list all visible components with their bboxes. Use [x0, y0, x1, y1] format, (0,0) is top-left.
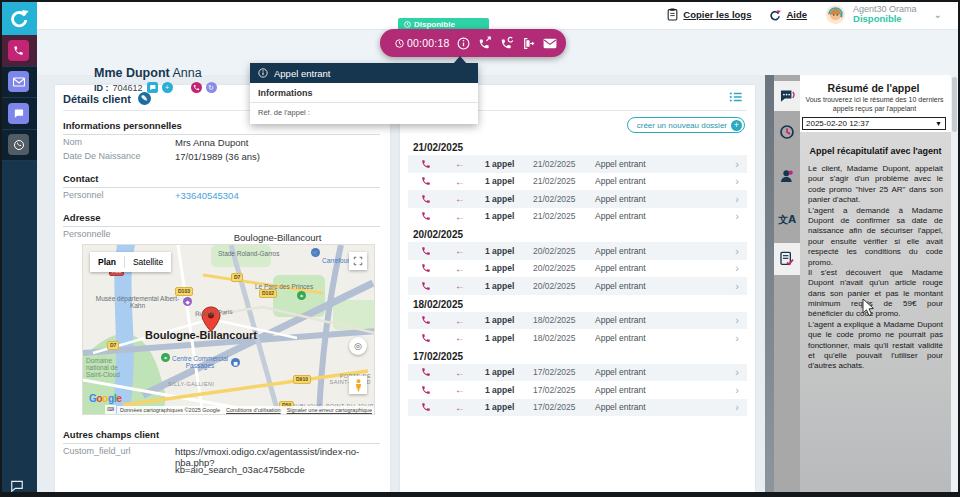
tool-history-icon[interactable]	[774, 117, 800, 147]
field-label: Date De Naissance	[63, 151, 141, 161]
field-label: Personnelle	[63, 229, 111, 239]
feedback-chat-icon[interactable]	[10, 480, 24, 492]
agent-avatar	[825, 4, 846, 25]
map-fullscreen-button[interactable]	[349, 252, 367, 270]
call-client-icon[interactable]	[191, 82, 202, 93]
edit-details-icon[interactable]: ✎	[138, 92, 151, 105]
tool-form-icon[interactable]	[774, 243, 800, 275]
odigo-logo-icon	[9, 8, 29, 28]
tool-summary-icon[interactable]	[774, 81, 800, 111]
call-transfer-icon[interactable]	[478, 36, 492, 51]
call-type: Appel entrant	[595, 367, 735, 377]
call-row[interactable]: ←1 appel20/02/2025Appel entrant›	[408, 277, 747, 295]
chevron-right-icon[interactable]: ›	[735, 210, 739, 222]
keyboard-shortcuts-icon[interactable]: ⌨	[105, 405, 116, 414]
create-folder-label: créer un nouveau dossier	[637, 121, 727, 130]
call-control-bar: 00:00:18	[380, 29, 566, 57]
map-report-link[interactable]: Signaler une erreur cartographique	[287, 407, 372, 413]
chevron-right-icon[interactable]: ›	[735, 332, 739, 344]
map-pegman-control[interactable]	[349, 376, 367, 394]
tool-customer-icon[interactable]	[774, 161, 800, 191]
chevron-right-icon[interactable]: ›	[735, 262, 739, 274]
incoming-arrow-icon: ←	[455, 176, 465, 187]
page-scrollbar[interactable]	[951, 75, 958, 492]
call-date: 17/02/2025	[533, 367, 595, 377]
call-count: 1 appel	[485, 246, 533, 256]
call-type: Appel entrant	[595, 246, 735, 256]
call-row[interactable]: ←1 appel17/02/2025Appel entrant›	[408, 364, 747, 382]
incoming-call-tooltip: Appel entrant Informations Réf. de l'app…	[250, 63, 478, 124]
copy-logs-button[interactable]: Copier les logs	[667, 8, 751, 21]
phone-icon	[421, 315, 433, 325]
chevron-right-icon[interactable]: ›	[735, 280, 739, 292]
call-row[interactable]: ←1 appel21/02/2025Appel entrant›	[408, 208, 747, 226]
call-type: Appel entrant	[595, 385, 735, 395]
sidebar-item-whatsapp[interactable]	[0, 130, 37, 162]
call-row[interactable]: ←1 appel21/02/2025Appel entrant›	[408, 155, 747, 173]
copy-id-icon[interactable]	[147, 82, 158, 93]
map-terms-link[interactable]: Conditions d'utilisation	[226, 407, 281, 413]
chevron-down-icon[interactable]: ⌄	[934, 9, 942, 20]
add-icon[interactable]: +	[162, 82, 173, 93]
create-folder-button[interactable]: créer un nouveau dossier +	[627, 117, 745, 133]
list-view-icon[interactable]	[729, 91, 743, 103]
call-type: Appel entrant	[595, 263, 735, 273]
call-mail-icon[interactable]	[543, 36, 557, 51]
incoming-arrow-icon: ←	[455, 211, 465, 222]
create-folder-plus-icon: +	[731, 120, 742, 131]
call-type: Appel entrant	[595, 159, 735, 169]
map[interactable]: Stade Roland-Garros 🛒 Carrefour ✦ Le Par…	[82, 244, 375, 415]
odigo-logo[interactable]	[0, 0, 37, 35]
summary-title: Résumé de l'appel	[800, 82, 947, 94]
summary-heading: Appel récapitulatif avec l'agent	[806, 146, 945, 156]
agent-menu[interactable]: Agent30 Orama Disponible ⌄	[825, 4, 942, 25]
sidebar-item-chat[interactable]	[0, 98, 37, 130]
call-row[interactable]: ←1 appel18/02/2025Appel entrant›	[408, 329, 747, 347]
call-row[interactable]: ←1 appel17/02/2025Appel entrant›	[408, 381, 747, 399]
summary-date-select[interactable]: 2025-02-20 12:37 ▼	[802, 117, 946, 130]
select-chevron-icon: ▼	[935, 120, 942, 127]
map-plan-button[interactable]: Plan	[90, 257, 124, 267]
call-row[interactable]: ←1 appel21/02/2025Appel entrant›	[408, 190, 747, 208]
call-type: Appel entrant	[595, 281, 735, 291]
field-label: Nom	[63, 137, 82, 147]
chevron-right-icon[interactable]: ›	[735, 245, 739, 257]
address-city: Boulogne-Billancourt	[175, 232, 380, 243]
phone-number-link[interactable]: +33640545304	[175, 190, 239, 201]
call-row[interactable]: ←1 appel20/02/2025Appel entrant›	[408, 242, 747, 260]
call-count: 1 appel	[485, 281, 533, 291]
help-button[interactable]: Aide	[769, 9, 807, 21]
phone-icon	[421, 367, 433, 377]
phone-icon	[421, 211, 433, 221]
chevron-right-icon[interactable]: ›	[735, 384, 739, 396]
map-attrib-text: Données cartographiques ©2025 Google	[120, 407, 220, 413]
map-poi-parc-icon: ✦	[297, 291, 306, 300]
sidebar-item-mail[interactable]	[0, 67, 37, 99]
call-exit-icon[interactable]	[522, 36, 535, 51]
chevron-right-icon[interactable]: ›	[735, 401, 739, 413]
clipboard-icon	[667, 8, 678, 21]
refresh-icon[interactable]: ↻	[206, 82, 217, 93]
call-type: Appel entrant	[595, 176, 735, 186]
map-compass-control[interactable]: ◎	[349, 337, 367, 355]
chevron-right-icon[interactable]: ›	[735, 193, 739, 205]
panel-scrollbar[interactable]	[765, 75, 774, 492]
chevron-right-icon[interactable]: ›	[735, 366, 739, 378]
call-row[interactable]: ←1 appel20/02/2025Appel entrant›	[408, 260, 747, 278]
map-satellite-button[interactable]: Satellite	[125, 257, 171, 267]
call-hold-icon[interactable]	[500, 36, 514, 51]
call-info-icon[interactable]	[457, 36, 470, 51]
call-row[interactable]: ←1 appel18/02/2025Appel entrant›	[408, 312, 747, 330]
call-timer: 00:00:18	[395, 37, 449, 49]
chevron-right-icon[interactable]: ›	[735, 314, 739, 326]
incoming-arrow-icon: ←	[455, 158, 465, 169]
tool-translate-icon[interactable]: 文A	[774, 206, 800, 234]
call-row[interactable]: ←1 appel17/02/2025Appel entrant›	[408, 399, 747, 417]
sidebar-item-phone[interactable]	[0, 35, 37, 67]
chevron-right-icon[interactable]: ›	[735, 158, 739, 170]
chevron-right-icon[interactable]: ›	[735, 175, 739, 187]
call-row[interactable]: ←1 appel21/02/2025Appel entrant›	[408, 173, 747, 191]
call-count: 1 appel	[485, 159, 533, 169]
left-sidebar	[0, 0, 37, 497]
scrollbar-thumb[interactable]	[952, 77, 957, 132]
